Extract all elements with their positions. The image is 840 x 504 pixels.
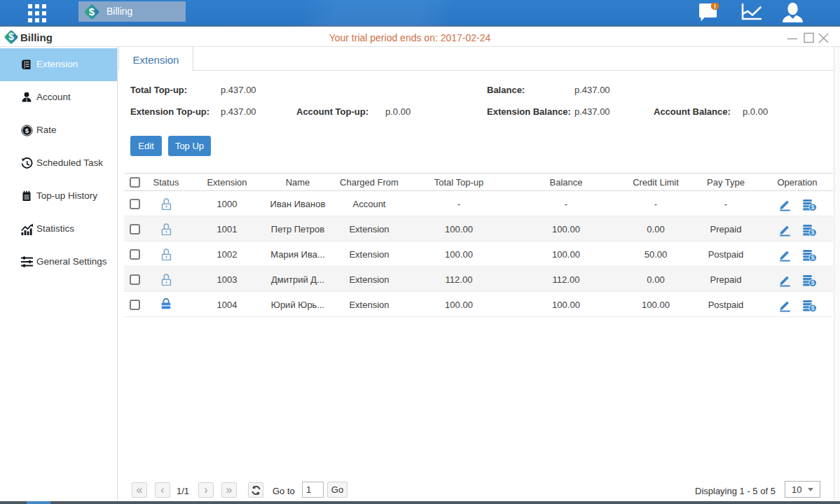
svg-text:$: $ bbox=[811, 204, 815, 211]
svg-text:!: ! bbox=[714, 3, 716, 10]
svg-text:$: $ bbox=[25, 127, 29, 134]
svg-text:$: $ bbox=[811, 254, 815, 261]
svg-text:$: $ bbox=[89, 6, 95, 18]
svg-text:$: $ bbox=[811, 229, 815, 236]
svg-text:$: $ bbox=[811, 304, 815, 312]
svg-text:$: $ bbox=[811, 279, 815, 286]
